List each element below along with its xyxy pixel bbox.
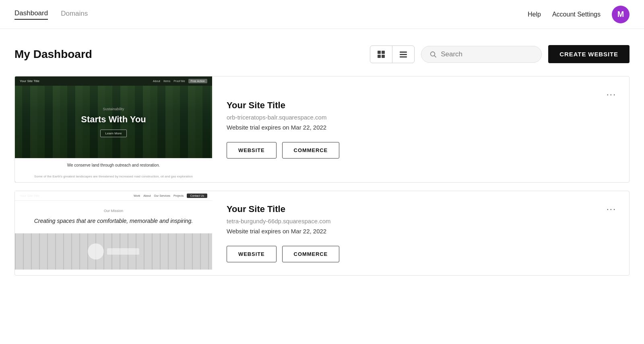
svg-line-8 <box>434 56 436 57</box>
thumb-cta-2: Contact Us <box>187 194 207 198</box>
main-content: My Dashboard <box>0 29 644 300</box>
thumb-nav-links-1: About Items Proof Me <box>153 80 185 82</box>
svg-rect-1 <box>382 51 385 54</box>
site-card-2: Your Site Title Work About Our Services … <box>14 191 630 276</box>
thumb-nav-links-2: Work About Our Services Projects <box>134 194 184 197</box>
svg-rect-4 <box>400 51 407 53</box>
navigation: Dashboard Domains Help Account Settings … <box>0 0 644 29</box>
thumb-body-text-2: Creating spaces that are comfortable, me… <box>34 217 193 225</box>
thumb-learn-more-1: Learn More <box>100 130 127 137</box>
nav-account-settings[interactable]: Account Settings <box>552 11 601 18</box>
site-more-button-2[interactable]: ··· <box>607 204 616 214</box>
site-card: Your Site Title About Items Proof Me Fre… <box>14 76 630 183</box>
nav-help[interactable]: Help <box>528 11 541 18</box>
toolbar: My Dashboard <box>14 45 630 63</box>
thumb-hero-1: Sustainability Starts With You Learn Mor… <box>15 86 212 158</box>
view-grid-button[interactable] <box>370 46 392 63</box>
svg-rect-5 <box>400 54 407 55</box>
create-website-button[interactable]: CREATE WEBSITE <box>548 45 630 63</box>
avatar[interactable]: M <box>612 6 630 23</box>
svg-rect-6 <box>400 56 407 58</box>
grid-icon <box>377 50 386 59</box>
site-title-2: Your Site Title <box>227 204 615 214</box>
site-info-2: Your Site Title tetra-burgundy-66dp.squa… <box>212 191 629 275</box>
nav-dashboard[interactable]: Dashboard <box>14 9 48 20</box>
site-thumbnail-2: Your Site Title Work About Our Services … <box>15 191 212 270</box>
site-url-1: orb-triceratops-balr.squarespace.com <box>227 114 615 121</box>
site-list: Your Site Title About Items Proof Me Fre… <box>14 76 630 284</box>
site-commerce-button-2[interactable]: COMMERCE <box>282 246 340 262</box>
site-url-2: tetra-burgundy-66dp.squarespace.com <box>227 218 615 225</box>
site-trial-1: Website trial expires on Mar 22, 2022 <box>227 124 615 131</box>
nav-domains[interactable]: Domains <box>61 10 88 19</box>
thumb-img-bottom-2 <box>15 233 212 270</box>
thumb-our-mission: Our Mission <box>104 209 123 213</box>
search-icon <box>429 50 437 58</box>
view-list-button[interactable] <box>392 46 414 63</box>
site-info-1: Your Site Title orb-triceratops-balr.squ… <box>212 76 629 182</box>
svg-rect-0 <box>378 51 381 54</box>
thumb-footer-1: We conserve land through outreach and re… <box>15 158 212 172</box>
site-website-button-1[interactable]: WEBSITE <box>227 142 277 159</box>
view-toggle <box>370 45 415 63</box>
search-input[interactable] <box>441 50 533 58</box>
thumb-site-title-1: Your Site Title <box>20 79 39 83</box>
thumb-subtitle-1: Sustainability <box>103 107 124 111</box>
site-trial-2: Website trial expires on Mar 22, 2022 <box>227 228 615 235</box>
svg-rect-2 <box>378 55 381 58</box>
search-box <box>421 46 542 63</box>
svg-rect-3 <box>382 55 385 58</box>
page-title: My Dashboard <box>14 48 92 61</box>
thumb-body-2: Our Mission Creating spaces that are com… <box>15 201 212 233</box>
list-icon <box>399 50 408 59</box>
site-actions-1: WEBSITE COMMERCE <box>227 142 615 159</box>
site-more-button-1[interactable]: ··· <box>607 89 616 100</box>
site-actions-2: WEBSITE COMMERCE <box>227 246 615 262</box>
site-title-1: Your Site Title <box>227 100 615 111</box>
nav-right: Help Account Settings M <box>528 6 630 23</box>
thumb-cta-1: Free Action <box>188 79 207 83</box>
thumb-nav-bar-1: Your Site Title About Items Proof Me Fre… <box>15 76 212 86</box>
site-website-button-2[interactable]: WEBSITE <box>227 246 277 262</box>
site-commerce-button-1[interactable]: COMMERCE <box>282 142 340 159</box>
site-thumbnail-1: Your Site Title About Items Proof Me Fre… <box>15 76 212 182</box>
thumb-footer-small-1: Some of the Earth's greatest landscapes … <box>15 172 212 182</box>
thumb-nav-bar-2: Your Site Title Work About Our Services … <box>15 191 212 201</box>
thumb-site-title-2: Your Site Title <box>20 194 39 198</box>
thumb-hero-text-1: Starts With You <box>81 114 146 125</box>
nav-links: Dashboard Domains <box>14 9 88 20</box>
